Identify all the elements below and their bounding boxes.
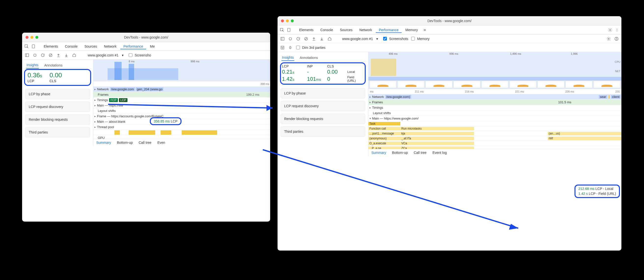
thumb[interactable]: [538, 81, 564, 88]
reload-icon[interactable]: [295, 36, 301, 42]
subtab-insights[interactable]: Insights: [282, 54, 294, 61]
record-icon[interactable]: [287, 36, 293, 42]
thumb[interactable]: [370, 81, 396, 88]
thumb[interactable]: [566, 81, 592, 88]
memory-checkbox[interactable]: Memory: [410, 36, 430, 41]
thumb[interactable]: [426, 81, 452, 88]
zoom-icon[interactable]: [291, 19, 294, 22]
screenshots-checkbox[interactable]: Screenshots: [382, 36, 408, 41]
tab-sources[interactable]: Sources: [337, 27, 356, 33]
flame-row[interactable]: O_a.executeVCa: [368, 141, 622, 146]
track-frames[interactable]: ▸Frames 101.5 ms: [368, 100, 622, 105]
tab-sources[interactable]: Sources: [82, 43, 100, 49]
thumb[interactable]: [510, 81, 536, 88]
flame-row[interactable]: Task: [368, 121, 622, 126]
clear-icon[interactable]: [303, 36, 309, 42]
screenshots-input[interactable]: [129, 53, 132, 57]
flame-row[interactable]: Function callRun microtasks: [368, 126, 622, 131]
inspect-icon[interactable]: [279, 27, 285, 33]
tab-console[interactable]: Console: [62, 43, 80, 49]
track-layout-shifts[interactable]: Layout shifts: [368, 110, 622, 116]
thumb[interactable]: [482, 81, 508, 88]
treemap-icon[interactable]: [280, 45, 286, 50]
screenshots-checkbox[interactable]: Screensho: [128, 52, 151, 58]
track-main[interactable]: ▸Main — https://ww: [93, 103, 270, 108]
track-layout-shifts[interactable]: Layout shifts: [93, 108, 270, 114]
minimize-icon[interactable]: [30, 36, 34, 39]
subtab-annotations[interactable]: Annotations: [44, 62, 63, 68]
insight-lcp-discovery[interactable]: LCP request discovery: [25, 102, 90, 112]
close-icon[interactable]: [281, 19, 284, 22]
tab-memory-trunc[interactable]: Me: [147, 43, 158, 49]
bt-call-tree[interactable]: Call tree: [139, 141, 152, 145]
thumb[interactable]: [398, 81, 424, 88]
tab-performance[interactable]: Performance: [120, 43, 146, 49]
track-timings[interactable]: ▸Timings FCP LCP: [93, 97, 270, 103]
subtab-insights[interactable]: Insights: [26, 62, 39, 68]
tab-console[interactable]: Console: [317, 27, 336, 33]
track-main[interactable]: ▾Main — https://www.google.com/: [368, 116, 622, 121]
minimize-icon[interactable]: [286, 19, 289, 22]
track-network[interactable]: ▸Network /ww.google.com) sear client: [368, 94, 622, 100]
reload-icon[interactable]: [40, 52, 46, 58]
timeline-overview[interactable]: 496 ms 996 ms 1,496 ms 1,996 CPU NET: [368, 52, 622, 89]
insight-lcp-discovery[interactable]: LCP request discovery: [280, 101, 365, 111]
tab-elements[interactable]: Elements: [41, 43, 61, 49]
insight-render-blocking[interactable]: Render blocking requests: [280, 114, 365, 124]
screenshots-input[interactable]: [383, 37, 387, 40]
help-icon[interactable]: [614, 36, 620, 42]
upload-icon[interactable]: [311, 36, 317, 42]
track-network[interactable]: ▸Network /ww.google.com gen_204 (www.go: [93, 87, 270, 92]
download-icon[interactable]: [319, 36, 325, 42]
track-frame-rotate[interactable]: ▸Frame — https://accounts.google.com/Rot…: [93, 114, 270, 119]
device-icon[interactable]: [30, 43, 36, 49]
insight-render-blocking[interactable]: Render blocking requests: [25, 114, 90, 125]
flame-row[interactable]: (anonymous)_.af.ITarMf: [368, 136, 622, 141]
bt-summary[interactable]: Summary: [371, 151, 386, 155]
insight-third-parties[interactable]: Third parties: [280, 126, 365, 137]
bt-call-tree[interactable]: Call tree: [414, 151, 427, 155]
dim-3rd-input[interactable]: [296, 46, 300, 49]
bt-event-log[interactable]: Even: [158, 141, 165, 145]
device-icon[interactable]: [286, 27, 292, 33]
sidebar-toggle-icon[interactable]: [24, 52, 30, 58]
upload-icon[interactable]: [56, 52, 62, 58]
subtab-annotations[interactable]: Annotations: [299, 55, 318, 61]
bt-bottom-up[interactable]: Bottom-up: [117, 141, 133, 145]
download-icon[interactable]: [63, 52, 69, 58]
insight-third-parties[interactable]: Third parties: [25, 127, 90, 137]
track-thread-pool[interactable]: ▸Thread pool: [93, 124, 270, 130]
kebab-icon[interactable]: ⋮: [614, 27, 620, 33]
recording-selector[interactable]: www.google.com #1 ▾: [86, 52, 126, 58]
clear-icon[interactable]: [48, 52, 54, 58]
thumb[interactable]: [594, 81, 620, 88]
tab-network[interactable]: Network: [101, 43, 119, 49]
track-frames[interactable]: Frames 199.2 ms: [93, 92, 270, 97]
timeline-overview[interactable]: 8 ms 998 ms: [93, 60, 270, 81]
bt-bottom-up[interactable]: Bottom-up: [392, 151, 408, 155]
gear-icon[interactable]: [607, 27, 613, 33]
flame-chart[interactable]: TaskFunction callRun microtasks…port1…me…: [368, 121, 622, 151]
insight-lcp-by-phase[interactable]: LCP by phase: [25, 89, 90, 99]
home-icon[interactable]: [71, 52, 77, 58]
recording-selector[interactable]: www.google.com #1 ▾: [340, 36, 380, 41]
memory-input[interactable]: [411, 37, 415, 40]
bt-summary[interactable]: Summary: [96, 141, 111, 145]
tab-network[interactable]: Network: [356, 27, 375, 33]
close-icon[interactable]: [26, 36, 28, 39]
track-main-blank[interactable]: ▸Main — about:blank: [93, 119, 270, 124]
flame-row[interactable]: …port1…messagekja(an…us): [368, 131, 622, 136]
gear-icon[interactable]: [606, 36, 612, 42]
home-icon[interactable]: [327, 36, 332, 42]
insight-lcp-by-phase[interactable]: LCP by phase: [280, 88, 365, 98]
tab-performance[interactable]: Performance: [376, 27, 401, 33]
record-icon[interactable]: [32, 52, 38, 58]
collapse-icon[interactable]: [287, 45, 293, 50]
thumb[interactable]: [454, 81, 480, 88]
inspect-icon[interactable]: [24, 43, 30, 49]
tab-memory[interactable]: Memory: [402, 27, 421, 33]
dim-3rd-checkbox[interactable]: Dim 3rd parties: [295, 45, 326, 50]
zoom-icon[interactable]: [35, 36, 38, 39]
bt-event-log[interactable]: Event log: [432, 151, 447, 155]
sidebar-toggle-icon[interactable]: [280, 36, 286, 42]
